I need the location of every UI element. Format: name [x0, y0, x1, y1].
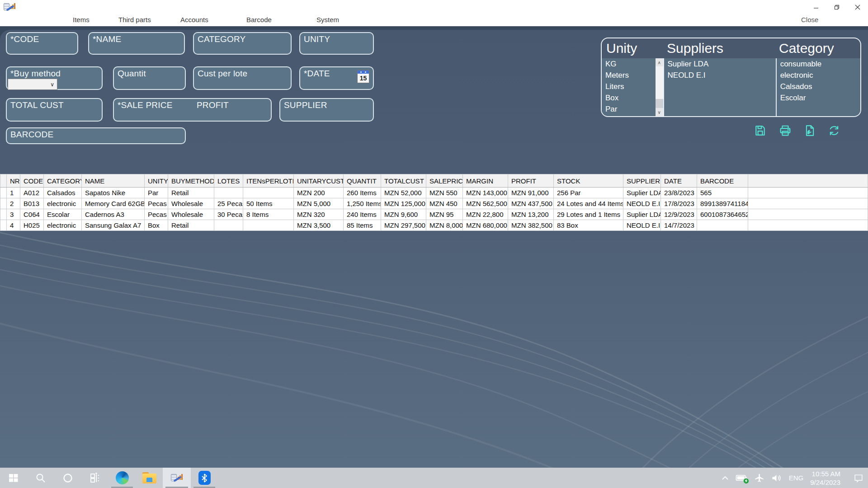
column-header-itensperlotes[interactable]: ITENsPERLOTES — [243, 174, 294, 188]
barcode-field[interactable]: BARCODE — [6, 127, 186, 144]
battery-status-icon[interactable] — [736, 474, 748, 483]
column-header-barcode[interactable]: BARCODE — [697, 174, 748, 188]
table-cell[interactable]: NEOLD E.I — [623, 220, 661, 231]
column-header-date[interactable]: DATE — [661, 174, 697, 188]
table-cell[interactable]: 14/7/2023 — [661, 220, 697, 231]
unity-list-item[interactable]: Liters — [602, 81, 656, 92]
scroll-down-icon[interactable]: ∨ — [656, 108, 663, 116]
total-cust-field[interactable]: TOTAL CUST — [6, 98, 103, 122]
cust-per-lote-field[interactable]: Cust per lote — [193, 66, 292, 90]
table-cell[interactable]: electronic — [44, 220, 82, 231]
restore-button[interactable] — [826, 0, 847, 14]
task-view-button[interactable] — [81, 468, 108, 488]
column-header-margin[interactable]: MARGIN — [463, 174, 508, 188]
category-list-item[interactable]: electronic — [777, 70, 860, 81]
table-cell[interactable]: C064 — [20, 209, 44, 220]
table-cell[interactable]: MZN 95 — [426, 209, 463, 220]
table-cell[interactable]: MZN 9,600 — [381, 209, 426, 220]
table-cell[interactable]: 260 Items — [344, 188, 381, 198]
table-cell[interactable]: NEOLD E.I — [623, 198, 661, 209]
menu-item-third-parts[interactable]: Third parts — [118, 14, 151, 25]
category-list-item[interactable]: Calsados — [777, 81, 860, 92]
table-cell[interactable]: 1 — [7, 188, 20, 198]
table-cell[interactable]: 8991389741184 — [697, 198, 748, 209]
row-header-cell[interactable] — [0, 198, 7, 209]
table-cell[interactable]: 83 Box — [554, 220, 623, 231]
table-cell[interactable]: 24 Lotes and 44 Items — [554, 198, 623, 209]
unity-list-item[interactable]: Par — [602, 103, 656, 115]
table-cell[interactable]: Pecas — [145, 198, 168, 209]
table-cell[interactable]: B013 — [20, 198, 44, 209]
table-cell[interactable]: 2 — [7, 198, 20, 209]
table-cell[interactable]: Escolar — [44, 209, 82, 220]
table-cell[interactable]: Sapatos Nike — [82, 188, 145, 198]
column-header-profit[interactable]: PROFIT — [508, 174, 554, 188]
column-header-name[interactable]: NAME — [82, 174, 145, 188]
table-cell[interactable]: 256 Par — [554, 188, 623, 198]
table-cell[interactable]: 23/8/2023 — [661, 188, 697, 198]
table-cell[interactable]: Wholesale — [168, 209, 214, 220]
table-cell[interactable]: Memory Card 62GB — [82, 198, 145, 209]
table-cell[interactable]: MZN 52,000 — [381, 188, 426, 198]
table-cell[interactable]: MZN 5,000 — [294, 198, 344, 209]
language-indicator[interactable]: ENG — [789, 474, 804, 482]
supplier-field[interactable]: SUPPLIER — [279, 98, 374, 122]
table-cell[interactable]: MZN 450 — [426, 198, 463, 209]
unity-list-scrollbar[interactable]: ∧ ∨ — [656, 58, 663, 116]
file-explorer-button[interactable] — [136, 468, 163, 488]
table-cell[interactable]: Box — [145, 220, 168, 231]
table-cell[interactable]: 3 — [7, 209, 20, 220]
table-cell[interactable]: H025 — [20, 220, 44, 231]
sale-price-profit-field[interactable]: *SALE PRICE PROFIT — [113, 98, 272, 122]
table-cell[interactable]: MZN 91,000 — [508, 188, 554, 198]
start-button[interactable] — [0, 468, 27, 488]
search-button[interactable] — [27, 468, 54, 488]
table-cell[interactable] — [243, 188, 294, 198]
table-cell[interactable]: 85 Items — [344, 220, 381, 231]
table-cell[interactable]: MZN 680,000 — [463, 220, 508, 231]
table-cell[interactable]: electronic — [44, 198, 82, 209]
unity-list-item[interactable]: Meters — [602, 70, 656, 81]
print-button[interactable] — [778, 124, 792, 137]
unity-list-item[interactable]: KG — [602, 58, 656, 70]
unity-listbox[interactable]: KGMetersLitersBoxPar — [602, 58, 656, 116]
column-header-supplier[interactable]: SUPPLIER — [623, 174, 661, 188]
category-listbox[interactable]: consumableelectronicCalsadosEscolar — [776, 58, 860, 116]
table-row[interactable]: 3C064EscolarCadernos A3PecasWholesale30 … — [0, 209, 868, 220]
category-list-item[interactable]: consumable — [777, 58, 860, 70]
suppliers-list-item[interactable]: NEOLD E.I — [664, 70, 776, 81]
action-center-icon[interactable] — [854, 473, 863, 483]
menu-item-system[interactable]: System — [316, 14, 339, 25]
table-cell[interactable]: Suplier LDA — [623, 209, 661, 220]
table-cell[interactable]: 1,250 Items — [344, 198, 381, 209]
table-cell[interactable]: Cadernos A3 — [82, 209, 145, 220]
table-cell[interactable]: 30 Pecas — [214, 209, 243, 220]
quantit-field[interactable]: Quantit — [113, 66, 186, 90]
table-row[interactable]: 1A012CalsadosSapatos NikeParRetailMZN 20… — [0, 188, 868, 198]
column-header-unitarycust[interactable]: UNITARYCUST — [294, 174, 344, 188]
code-field[interactable]: *CODE — [6, 32, 78, 55]
buy-method-dropdown[interactable]: ∨ — [8, 79, 57, 90]
table-cell[interactable]: MZN 22,800 — [463, 209, 508, 220]
table-row[interactable]: 2B013electronicMemory Card 62GBPecasWhol… — [0, 198, 868, 209]
table-cell[interactable]: MZN 550 — [426, 188, 463, 198]
inventory-app-button[interactable] — [163, 468, 191, 488]
cortana-button[interactable] — [54, 468, 81, 488]
table-cell[interactable]: 240 Items — [344, 209, 381, 220]
table-cell[interactable]: Sansung Galax A7 — [82, 220, 145, 231]
table-cell[interactable]: 565 — [697, 188, 748, 198]
table-cell[interactable]: Wholesale — [168, 198, 214, 209]
date-field[interactable]: *DATE 15 — [299, 66, 374, 90]
column-header-code[interactable]: CODE — [20, 174, 44, 188]
table-cell[interactable]: 6001087364652 — [697, 209, 748, 220]
row-header-cell[interactable] — [0, 209, 7, 220]
table-cell[interactable]: MZN 8,000 — [426, 220, 463, 231]
save-button[interactable] — [753, 124, 767, 137]
suppliers-listbox[interactable]: Suplier LDANEOLD E.I — [663, 58, 776, 116]
table-cell[interactable]: MZN 320 — [294, 209, 344, 220]
unity-field[interactable]: UNITY — [299, 32, 374, 55]
export-pdf-button[interactable] — [803, 124, 816, 137]
row-header-cell[interactable] — [0, 220, 7, 231]
edge-browser-button[interactable] — [108, 468, 136, 488]
refresh-button[interactable] — [827, 124, 841, 137]
